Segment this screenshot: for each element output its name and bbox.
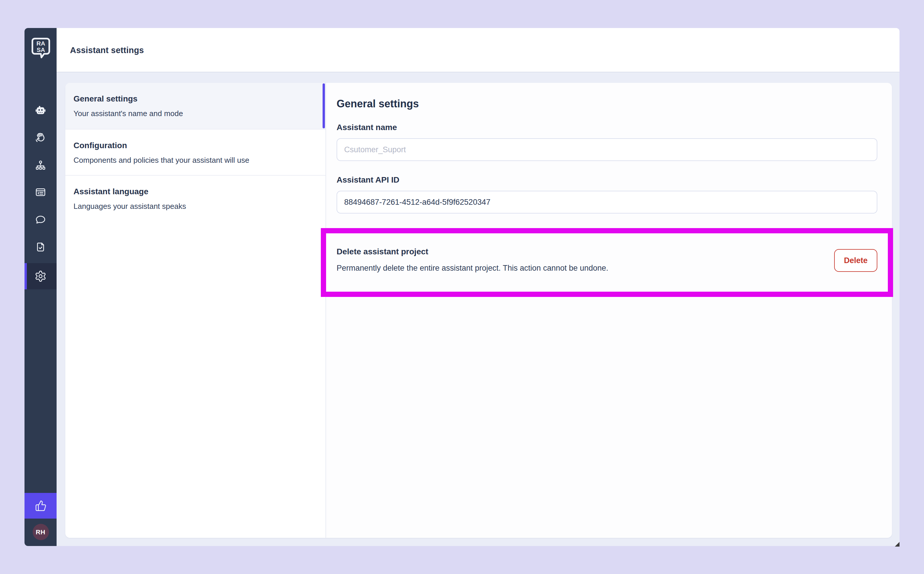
- delete-project-section: Delete assistant project Permanently del…: [326, 234, 892, 291]
- delete-project-description: Permanently delete the entire assistant …: [337, 263, 877, 273]
- panel-heading: General settings: [337, 97, 877, 111]
- settings-card: General settings Your assistant's name a…: [65, 83, 892, 538]
- feedback-button[interactable]: [25, 493, 57, 519]
- primary-sidebar: RA SA: [25, 28, 57, 546]
- sidebar-item-greet[interactable]: [25, 124, 57, 151]
- sidebar-icon-nav: [25, 28, 57, 546]
- assistant-api-id-input[interactable]: [337, 191, 877, 213]
- content-card-icon: [35, 186, 47, 198]
- sidebar-item-conversations[interactable]: [25, 206, 57, 233]
- conversations-bubble-icon: [35, 213, 47, 226]
- sidebar-item-assistant[interactable]: [25, 97, 57, 124]
- general-settings-panel: General settings Assistant name Assistan…: [326, 83, 892, 538]
- settings-gear-icon: [35, 270, 47, 282]
- page-header: Assistant settings: [57, 28, 899, 73]
- nav-item-description: Your assistant's name and mode: [74, 109, 314, 119]
- nav-item-title: Configuration: [74, 139, 314, 151]
- screenshot-stage: RA SA: [0, 0, 924, 574]
- nav-item-description: Components and policies that your assist…: [74, 155, 314, 166]
- nav-item-title: General settings: [74, 93, 314, 104]
- assistant-api-id-label: Assistant API ID: [337, 175, 877, 185]
- assistant-robot-icon: [35, 104, 47, 117]
- test-document-icon: [35, 241, 47, 253]
- sidebar-item-flows[interactable]: [25, 152, 57, 178]
- settings-content: General settings Your assistant's name a…: [57, 73, 899, 546]
- app-window: RA SA: [25, 28, 899, 546]
- delete-project-title: Delete assistant project: [337, 247, 877, 257]
- flows-tree-icon: [35, 159, 47, 171]
- settings-nav-item-configuration[interactable]: Configuration Components and policies th…: [65, 129, 325, 176]
- main-area: Assistant settings General settings Your…: [57, 28, 899, 546]
- sidebar-item-settings[interactable]: [25, 263, 57, 289]
- nav-item-description: Languages your assistant speaks: [74, 201, 314, 212]
- delete-button[interactable]: Delete: [834, 249, 877, 272]
- active-indicator-bar: [323, 84, 325, 128]
- settings-nav-item-language[interactable]: Assistant language Languages your assist…: [65, 176, 325, 222]
- assistant-name-label: Assistant name: [337, 123, 877, 132]
- nav-item-title: Assistant language: [74, 186, 314, 197]
- resize-handle: [895, 542, 899, 547]
- greeting-hand-icon: [35, 131, 47, 144]
- settings-nav-item-general[interactable]: General settings Your assistant's name a…: [65, 83, 325, 129]
- sidebar-item-content[interactable]: [25, 179, 57, 206]
- thumbs-up-icon: [35, 500, 46, 512]
- sidebar-item-tests[interactable]: [25, 233, 57, 260]
- assistant-name-input[interactable]: [337, 138, 877, 161]
- page-title: Assistant settings: [70, 45, 144, 55]
- user-avatar[interactable]: RH: [32, 524, 49, 540]
- settings-nav: General settings Your assistant's name a…: [65, 83, 326, 538]
